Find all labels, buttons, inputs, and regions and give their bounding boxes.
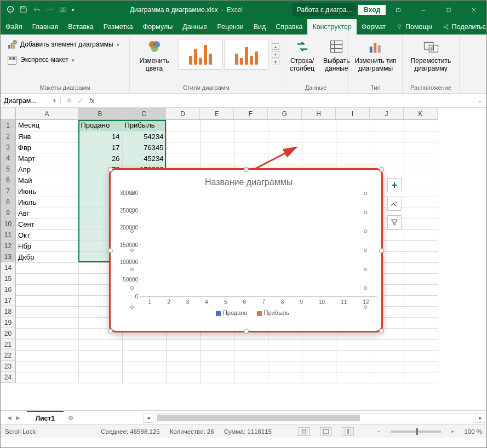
cell[interactable] <box>268 131 302 142</box>
cell[interactable]: Авг <box>16 208 78 219</box>
row-header[interactable]: 22 <box>1 350 16 361</box>
cell[interactable] <box>404 186 438 197</box>
ribbon-options-icon[interactable] <box>386 1 411 19</box>
row-header[interactable]: 24 <box>1 372 16 383</box>
row-header[interactable]: 7 <box>1 186 16 197</box>
cell[interactable] <box>336 153 370 164</box>
cell[interactable]: Янв <box>16 131 78 142</box>
cell[interactable] <box>16 328 78 339</box>
cell[interactable] <box>166 142 200 153</box>
ribbon-tab-файл[interactable]: Файл <box>1 19 27 35</box>
cell[interactable] <box>16 372 78 383</box>
zoom-slider[interactable] <box>391 430 441 433</box>
cell[interactable] <box>302 361 336 372</box>
row-header[interactable]: 19 <box>1 317 16 328</box>
cell[interactable] <box>404 208 438 219</box>
cell[interactable] <box>268 372 302 383</box>
cell[interactable] <box>404 284 438 295</box>
cell[interactable] <box>166 372 200 383</box>
switch-row-column-button[interactable]: Строка/ столбец <box>287 37 318 74</box>
worksheet[interactable]: ABCDEFGHIJK 1234567891011121314151617181… <box>1 108 486 410</box>
column-header[interactable]: C <box>122 108 166 120</box>
cell[interactable] <box>336 142 370 153</box>
cell[interactable] <box>302 339 336 350</box>
close-button[interactable] <box>461 1 486 19</box>
row-header[interactable]: 1 <box>1 120 16 131</box>
cell[interactable] <box>78 361 122 372</box>
ribbon-tab-формулы[interactable]: Формулы <box>138 19 177 35</box>
cell[interactable] <box>78 372 122 383</box>
cell[interactable] <box>370 142 404 153</box>
ribbon-tab-справка[interactable]: Справка <box>271 19 307 35</box>
cell[interactable] <box>268 339 302 350</box>
fx-icon[interactable]: fx <box>89 97 94 105</box>
cell[interactable] <box>370 339 404 350</box>
styles-scroll-up-icon[interactable]: ▴ <box>272 43 279 50</box>
add-sheet-button[interactable]: ⊕ <box>64 411 78 424</box>
row-header[interactable]: 2 <box>1 131 16 142</box>
zoom-in-icon[interactable]: + <box>451 428 455 435</box>
row-header[interactable]: 16 <box>1 284 16 295</box>
cell[interactable] <box>200 372 234 383</box>
camera-icon[interactable] <box>59 5 67 15</box>
cell[interactable] <box>404 219 438 229</box>
select-all-corner[interactable] <box>1 108 16 120</box>
cell[interactable] <box>234 372 268 383</box>
cell[interactable] <box>404 328 438 339</box>
cell[interactable]: Сент <box>16 219 78 229</box>
chart-style-thumbnail[interactable] <box>225 39 268 70</box>
cell[interactable]: Фвр <box>16 142 78 153</box>
cell[interactable] <box>404 229 438 240</box>
sheet-nav-last-icon[interactable]: ► <box>15 414 21 422</box>
share-button[interactable]: Поделиться <box>437 19 487 35</box>
row-header[interactable]: 17 <box>1 295 16 306</box>
move-chart-button[interactable]: Переместить диаграмму <box>408 37 455 74</box>
expand-formula-bar-icon[interactable]: ⌄ <box>473 97 486 104</box>
row-header[interactable]: 9 <box>1 208 16 219</box>
cell[interactable]: Март <box>16 153 78 164</box>
cell[interactable] <box>370 361 404 372</box>
cell[interactable] <box>302 350 336 361</box>
page-layout-view-icon[interactable] <box>320 427 332 436</box>
cell[interactable] <box>234 120 268 131</box>
cell[interactable] <box>122 339 166 350</box>
cell[interactable] <box>370 153 404 164</box>
cell[interactable] <box>268 120 302 131</box>
cell[interactable] <box>404 361 438 372</box>
cell[interactable] <box>122 350 166 361</box>
cell[interactable]: Май <box>16 175 78 186</box>
cell[interactable]: Окт <box>16 229 78 240</box>
maximize-button[interactable] <box>436 1 461 19</box>
hscroll-left-icon[interactable]: ◄ <box>144 413 153 423</box>
cell[interactable] <box>404 197 438 208</box>
cell[interactable]: Июль <box>16 197 78 208</box>
cell[interactable] <box>234 131 268 142</box>
select-data-button[interactable]: Выбрать данные <box>320 37 353 74</box>
chart-legend[interactable]: Продано Прибыль <box>121 309 377 316</box>
chart-object[interactable]: Название диаграммы 050000100000150000200… <box>109 168 383 332</box>
row-header[interactable]: 20 <box>1 328 16 339</box>
chart-styles-button[interactable] <box>387 197 402 211</box>
cell[interactable] <box>370 350 404 361</box>
cell[interactable]: 76345 <box>122 142 166 153</box>
row-header[interactable]: 18 <box>1 306 16 317</box>
cell[interactable] <box>16 306 78 317</box>
column-header[interactable]: I <box>336 108 370 120</box>
chart-filters-button[interactable] <box>387 215 402 229</box>
cell[interactable] <box>404 350 438 361</box>
cell[interactable]: Месяц <box>16 120 78 131</box>
cell[interactable] <box>404 262 438 273</box>
cell[interactable] <box>234 339 268 350</box>
quick-layout-button[interactable]: Экспресс-макет▾ <box>4 54 78 66</box>
row-header[interactable]: 15 <box>1 273 16 284</box>
cell[interactable] <box>404 273 438 284</box>
cell[interactable] <box>200 350 234 361</box>
column-header[interactable]: K <box>404 108 438 120</box>
cell[interactable] <box>370 120 404 131</box>
row-header[interactable]: 8 <box>1 197 16 208</box>
cell[interactable]: Дкбр <box>16 251 78 262</box>
cell[interactable] <box>16 339 78 350</box>
zoom-out-icon[interactable]: − <box>377 428 381 435</box>
cell[interactable]: Прибыль <box>122 120 166 131</box>
cell[interactable] <box>404 339 438 350</box>
